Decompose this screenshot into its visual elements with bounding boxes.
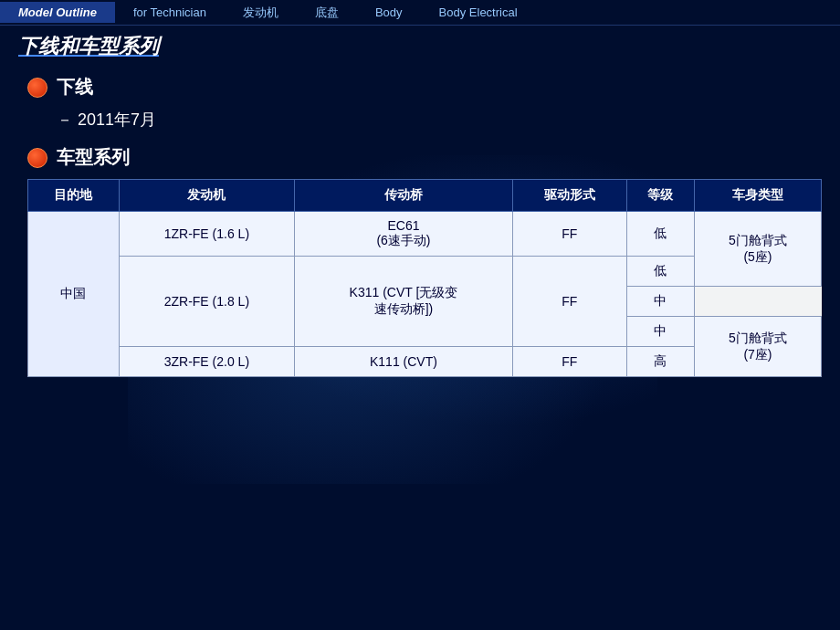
table-row: 中国1ZR-FE (1.6 L)EC61 (6速手动)FF低5门舱背式 (5座) — [28, 212, 822, 257]
offline-subtitle: － 2011年7月 — [57, 109, 813, 131]
section-models: 车型系列 目的地 发动机 传动桥 驱动形式 等级 车身类型 中国1ZR-FE (… — [27, 145, 813, 377]
col-engine: 发动机 — [119, 180, 295, 212]
nav-body-electrical[interactable]: Body Electrical — [421, 2, 536, 23]
cell-grade: 中 — [626, 317, 694, 347]
cell-grade: 中 — [626, 287, 694, 317]
navbar: Model Outline for Technician 发动机 底盘 Body… — [0, 0, 840, 26]
section-offline-title: 下线 — [57, 75, 93, 100]
offline-title: 下线 — [57, 75, 93, 100]
nav-body[interactable]: Body — [357, 2, 421, 23]
col-grade: 等级 — [626, 180, 694, 212]
cell-engine: 3ZR-FE (2.0 L) — [119, 347, 295, 377]
cell-engine: 1ZR-FE (1.6 L) — [119, 212, 295, 257]
cell-drive: FF — [512, 257, 626, 347]
col-transmission: 传动桥 — [295, 180, 513, 212]
cell-transmission: K111 (CVT) — [295, 347, 513, 377]
cell-transmission: EC61 (6速手动) — [295, 212, 513, 257]
nav-for-technician[interactable]: for Technician — [115, 2, 225, 23]
cell-destination: 中国 — [28, 212, 120, 377]
nav-chassis[interactable]: 底盘 — [297, 1, 357, 25]
cell-grade: 低 — [626, 257, 694, 287]
cell-body-type: 5门舱背式 (7座) — [694, 317, 821, 377]
cell-body-type: 5门舱背式 (5座) — [694, 212, 821, 287]
cell-drive: FF — [512, 347, 626, 377]
bullet-models — [27, 148, 47, 168]
cell-drive: FF — [512, 212, 626, 257]
model-table: 目的地 发动机 传动桥 驱动形式 等级 车身类型 中国1ZR-FE (1.6 L… — [27, 179, 822, 377]
nav-model-outline[interactable]: Model Outline — [0, 2, 115, 23]
page-title: 下线和车型系列 — [0, 26, 840, 66]
col-destination: 目的地 — [28, 180, 120, 212]
col-drive: 驱动形式 — [512, 180, 626, 212]
col-body-type: 车身类型 — [694, 180, 821, 212]
model-section-header: 车型系列 — [27, 145, 813, 170]
cell-grade: 低 — [626, 212, 694, 257]
section-offline: 下线 — [27, 75, 813, 100]
cell-grade: 高 — [626, 347, 694, 377]
cell-transmission: K311 (CVT [无级变 速传动桥]) — [295, 257, 513, 347]
main-content: 下线 － 2011年7月 车型系列 目的地 发动机 传动桥 驱动形式 等级 车身… — [0, 75, 840, 377]
table-header-row: 目的地 发动机 传动桥 驱动形式 等级 车身类型 — [28, 180, 822, 212]
cell-engine: 2ZR-FE (1.8 L) — [119, 257, 295, 347]
nav-engine[interactable]: 发动机 — [225, 1, 297, 25]
models-title: 车型系列 — [57, 145, 130, 170]
bullet-offline — [27, 78, 47, 98]
